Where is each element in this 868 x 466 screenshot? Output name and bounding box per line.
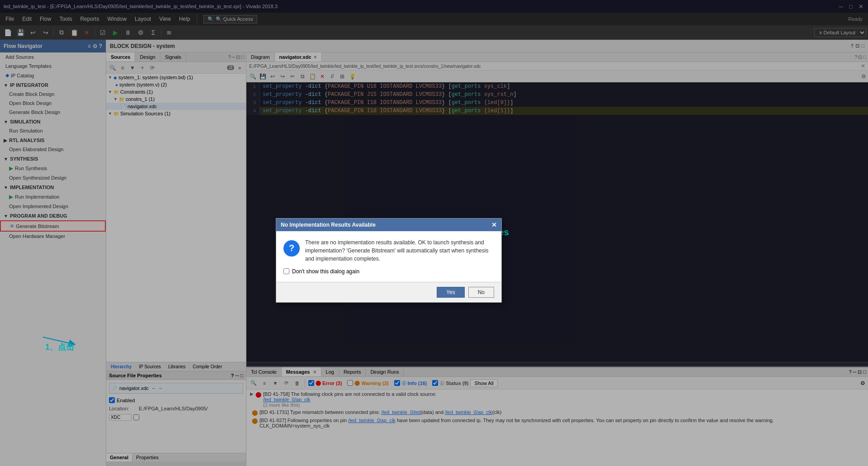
modal-title: No Implementation Results Available <box>281 222 376 228</box>
modal-yes-button[interactable]: Yes <box>437 287 465 298</box>
modal-message: There are no implementation results avai… <box>305 238 494 263</box>
modal-body: ? There are no implementation results av… <box>276 231 501 282</box>
modal-no-button[interactable]: No <box>468 287 494 298</box>
modal-icon-row: ? There are no implementation results av… <box>283 238 494 263</box>
modal-overlay: No Implementation Results Available ✕ ? … <box>0 0 868 466</box>
modal-footer: Yes No <box>276 282 501 302</box>
modal-dont-show-checkbox[interactable] <box>283 268 289 274</box>
modal-dialog: No Implementation Results Available ✕ ? … <box>276 218 502 303</box>
modal-close-button[interactable]: ✕ <box>491 221 497 228</box>
modal-checkbox-row: Don't show this dialog again <box>283 268 494 275</box>
modal-info-icon: ? <box>283 240 300 257</box>
modal-dont-show-label: Don't show this dialog again <box>292 268 359 275</box>
modal-header: No Implementation Results Available ✕ <box>276 219 501 231</box>
